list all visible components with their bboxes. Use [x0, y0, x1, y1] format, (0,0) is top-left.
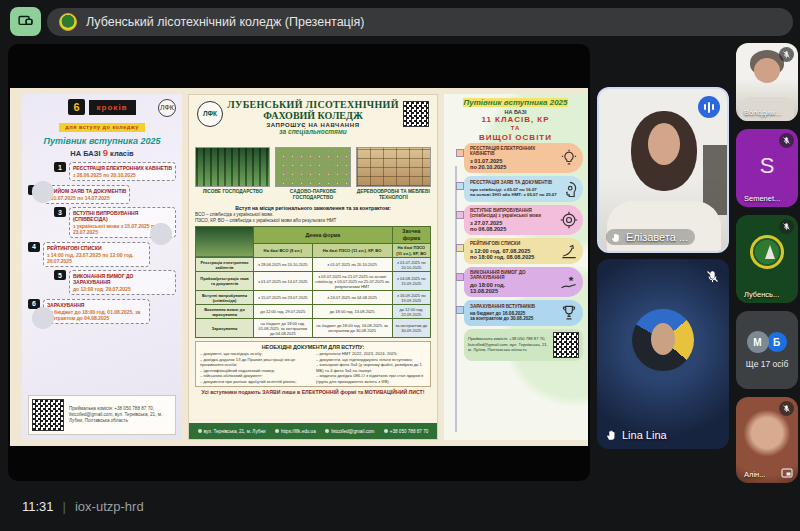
illustration: [28, 306, 58, 330]
participant-name-chip: Лубенсь...: [740, 289, 783, 300]
video-tile-lina[interactable]: Lina Lina: [597, 259, 729, 449]
required-documents: НЕОБХІДНІ ДОКУМЕНТИ ДЛЯ ВСТУПУ: документ…: [195, 341, 431, 387]
step-number: 4: [28, 242, 40, 252]
step-card-1: РЕЄСТРАЦІЯ ЕЛЕКТРОННИХ КАБІНЕТІВз 01.07.…: [464, 143, 583, 173]
program-photos: ЛІСОВЕ ГОСПОДАРСТВО САДОВО-ПАРКОВЕ ГОСПО…: [195, 147, 431, 201]
google-meet-window: Лубенський лісотехнічний коледж (Презент…: [0, 0, 800, 531]
admission-intro: Вступ на місця регіонального замовлення …: [195, 205, 431, 211]
target-icon: [559, 210, 579, 230]
college-logo-icon: [59, 13, 77, 31]
step-number: 5: [54, 270, 66, 280]
admission-schedule-table: Денна форма Заочна форма На базі ВСО (9 …: [195, 226, 431, 339]
presentation-title: Лубенський лісотехнічний коледж (Презент…: [86, 15, 364, 29]
more-participants-tile[interactable]: М Б Ще 17 осіб: [736, 311, 798, 389]
poster-mid-header: ЛФК ЛУБЕНСЬКИЙ ЛІСОТЕХНІЧНИЙ ФАХОВИЙ КОЛ…: [195, 99, 431, 145]
step-number: 3: [54, 207, 66, 217]
poster-9-grades: 6 кроків ЛФК для вступу до коледжу Путів…: [22, 94, 182, 440]
screen-share-icon: [10, 7, 41, 36]
participant-name-chip: Semenet...: [740, 193, 784, 204]
college-title-line2: ФАХОВИЙ КОЛЕДЖ: [195, 110, 431, 121]
growth-chart-icon: [559, 241, 579, 261]
raised-hand-icon: [606, 429, 618, 441]
table-row: Зарахування на бюджет до 18:00 год. 01.0…: [196, 319, 431, 338]
avatar: [632, 309, 694, 371]
raised-hand-icon: [611, 232, 622, 243]
video-tile-elizaveta[interactable]: Елізавета ...: [597, 87, 729, 253]
meeting-code: iox-utzp-hrd: [75, 499, 144, 514]
mic-off-icon: [779, 47, 794, 62]
step-card-3: ВСТУПНЕ ВИПРОБУВАННЯ (співбесіда) з укра…: [464, 205, 583, 235]
poster-mid-footer: вул. Тернівська, 21, м. Лубни https://ll…: [189, 423, 437, 439]
step-5: 5 ВИКОНАННЯ ВИМОГ ДО ЗАРАХУВАННЯдо 12:00…: [28, 270, 176, 295]
shared-screen[interactable]: 6 кроків ЛФК для вступу до коледжу Путів…: [8, 44, 590, 481]
poster-subtitle: НА БАЗІ 9 класів: [28, 147, 176, 158]
top-bar: Лубенський лісотехнічний коледж (Презент…: [0, 0, 800, 42]
steps-count-badge: 6: [68, 99, 84, 115]
mic-off-icon: [779, 219, 794, 234]
poster-title: Путівник вступника 2025: [28, 136, 176, 146]
college-title-line1: ЛУБЕНСЬКИЙ ЛІСОТЕХНІЧНИЙ: [195, 99, 431, 110]
contact-info: Приймальна комісія: +38 050 788 87 70, l…: [468, 336, 550, 353]
video-tile-alina[interactable]: Алін...: [736, 397, 798, 483]
timeline: [455, 166, 457, 432]
poster-left-header: 6 кроків ЛФК для вступу до коледжу Путів…: [28, 99, 176, 158]
control-bar: 11:31 | iox-utzp-hrd: [0, 485, 800, 531]
illustration: [28, 180, 58, 204]
picture-in-picture-icon[interactable]: [781, 468, 793, 478]
participant-name-chip: Lina Lina: [604, 427, 674, 443]
college-logo-icon: ЛФК: [197, 101, 223, 127]
contact-info: Приймальна комісія: +38 050 788 87 70, l…: [69, 406, 172, 425]
avatar-initial: S: [736, 153, 798, 179]
college-logo-icon: [750, 235, 784, 269]
wood-photo: [356, 147, 431, 187]
presentation-title-pill[interactable]: Лубенський лісотехнічний коледж (Презент…: [47, 8, 793, 36]
table-row: Реєстрація електронних кабінетів з 28.06…: [196, 258, 431, 272]
step-card-2: РЕЄСТРАЦІЯ ЗАЯВ ТА ДОКУМЕНТІВпри співбес…: [464, 176, 583, 202]
meeting-meta: 11:31 | iox-utzp-hrd: [22, 499, 144, 514]
invite-line2: за спеціальностями: [195, 128, 431, 135]
video-tile-semenet[interactable]: S Semenet...: [736, 129, 798, 207]
video-tile-volodymyr[interactable]: Володим...: [736, 43, 798, 121]
poster-11-grades: Путівник вступника 2025 НА БАЗІ 11 КЛАСІ…: [444, 94, 588, 440]
step-card-4: РЕЙТИНГОВІ СПИСКИз 12:00 год. 07.08.2025…: [464, 238, 583, 264]
participant-name-chip: Володим...: [740, 107, 785, 118]
presentation-slide: 6 кроків ЛФК для вступу до коледжу Путів…: [10, 88, 588, 446]
steps-word-badge: кроків: [89, 100, 136, 115]
participant-name-chip: Елізавета ...: [606, 229, 695, 245]
poster-title: Путівник вступника 2025: [448, 98, 583, 107]
garden-photo: [275, 147, 350, 187]
step-1: 1 РЕЄСТРАЦІЯ ЕЛЕКТРОННИХ КАБІНЕТІВз 28.0…: [28, 162, 176, 181]
clock: 11:31: [22, 499, 54, 514]
docs-list-right: результати НМТ 2022, 2023, 2024, 2025; д…: [316, 351, 426, 384]
mic-off-icon: [779, 133, 794, 148]
step-number: 1: [54, 162, 66, 172]
table-row: Вступні випробування (співбесіда) з 15.0…: [196, 291, 431, 305]
step-card-5: ВИКОНАННЯ ВИМОГ ДО ЗАРАХУВАННЯдо 18:00 г…: [464, 267, 583, 297]
avatar-group: М Б: [736, 331, 798, 353]
table-row: Виконання вимог до зарахування до 12:00 …: [196, 305, 431, 319]
qr-code: [32, 399, 64, 431]
head-icon: [559, 179, 579, 199]
avatar: Б: [766, 331, 788, 353]
application-statement: Усі вступники подають ЗАЯВИ лише в ЕЛЕКТ…: [195, 389, 431, 395]
mic-off-icon: [779, 401, 794, 416]
qr-code: [403, 101, 429, 127]
poster-college-main: ЛФК ЛУБЕНСЬКИЙ ЛІСОТЕХНІЧНИЙ ФАХОВИЙ КОЛ…: [188, 94, 438, 440]
hand-star-icon: [559, 272, 579, 292]
poster-ribbon: для вступу до коледжу: [59, 123, 145, 132]
more-participants-label: Ще 17 осіб: [736, 359, 798, 369]
illustration: [146, 222, 176, 246]
poster-right-footer: Приймальна комісія: +38 050 788 87 70, l…: [464, 329, 583, 361]
forest-photo: [195, 147, 270, 187]
video-tile-lubensky[interactable]: Лубенсь...: [736, 215, 798, 303]
lightbulb-icon: [559, 148, 579, 168]
step-card-6: ЗАРАХУВАННЯ ВСТУПНИКІВна бюджет до 16.08…: [464, 300, 583, 326]
college-logo-icon: ЛФК: [158, 99, 176, 117]
participant-name-chip: Алін...: [740, 469, 769, 480]
qr-code: [553, 332, 579, 358]
avatar: М: [747, 331, 769, 353]
mic-off-icon: [701, 265, 723, 287]
trophy-icon: [559, 303, 579, 323]
docs-list-left: документ, що посвідчує особу; довідка до…: [200, 351, 310, 384]
table-row: Прийом/реєстрація заяв та документів з 0…: [196, 272, 431, 291]
